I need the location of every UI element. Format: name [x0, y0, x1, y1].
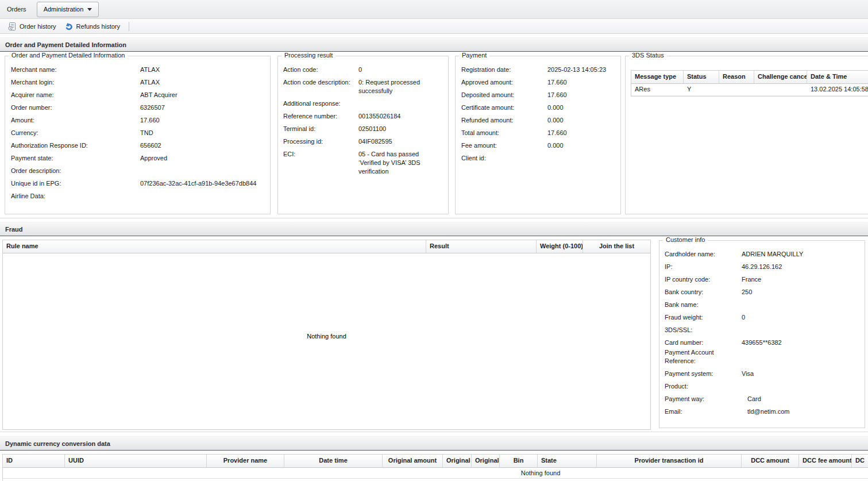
fraud-grid-body: Nothing found	[3, 253, 650, 429]
field-row: IP country code:France	[665, 275, 859, 284]
customer-info-legend: Customer info	[663, 236, 708, 243]
field-row: Payment system:Visa	[665, 370, 859, 378]
field-row: ECI:05 - Card has passed ‘Verified by VI…	[283, 150, 442, 176]
column-header-state[interactable]: State	[538, 455, 597, 467]
administration-menu-button[interactable]: Administration	[37, 2, 99, 17]
cell-challenge-cancel	[754, 84, 807, 95]
field-label: Unique id in EPG:	[11, 179, 140, 188]
refunds-history-button[interactable]: Refunds history	[60, 20, 124, 33]
field-label: Amount:	[11, 116, 140, 125]
field-row: Bank name:	[665, 301, 859, 309]
field-label: Product:	[665, 382, 742, 391]
dcc-panel-body: ID UUID Provider name Date time Original…	[0, 451, 868, 481]
column-header-reason[interactable]: Reason	[719, 71, 754, 83]
chevron-down-icon	[87, 8, 92, 11]
field-label: Processing id:	[283, 137, 358, 146]
column-header-provider-transaction-id[interactable]: Provider transaction id	[597, 455, 742, 467]
column-header-original-amount[interactable]: Original amount	[383, 455, 443, 467]
field-row: Registration date:2025-02-13 14:05:23	[461, 66, 615, 74]
column-header-dcc-amount[interactable]: DCC amount	[742, 455, 799, 467]
field-row: Cardholder name:ADRIEN MARQUILLY	[665, 250, 859, 259]
column-header-result[interactable]: Result	[426, 240, 537, 253]
refunds-history-label: Refunds history	[76, 23, 120, 30]
column-header-uuid[interactable]: UUID	[65, 455, 207, 467]
field-row: Fee amount:0.000	[461, 141, 615, 150]
field-row: Fraud weight:0	[665, 313, 859, 322]
field-row: Acquirer name:ABT Acquirer	[11, 91, 264, 99]
field-label: Email:	[665, 407, 742, 416]
field-row: Authorization Response ID:656602	[11, 141, 264, 150]
field-label: Terminal id:	[283, 125, 358, 133]
field-label: Acquirer name:	[11, 91, 140, 99]
payment-legend: Payment	[459, 52, 489, 59]
column-header-id[interactable]: ID	[3, 455, 65, 467]
table-row[interactable]: ARes Y 13.02.2025 14:05:58	[631, 84, 868, 96]
column-header-weight[interactable]: Weight (0-100)	[537, 240, 583, 253]
column-header-join-the-list[interactable]: Join the list	[583, 240, 650, 253]
field-label: Action code:	[283, 66, 358, 74]
fraud-panel-header: Fraud	[0, 222, 868, 236]
field-value: 0.000	[547, 103, 615, 112]
column-header-dcc-currency[interactable]: DC	[852, 455, 868, 467]
column-header-rule-name[interactable]: Rule name	[3, 240, 426, 253]
field-label: Authorization Response ID:	[11, 141, 140, 150]
field-label: Payment state:	[11, 154, 140, 163]
spacer	[0, 432, 868, 436]
field-value: 0	[742, 313, 859, 322]
field-label: Merchant name:	[11, 66, 140, 74]
field-value: 17.660	[547, 91, 615, 99]
page: Orders Administration Order history Refu…	[0, 0, 868, 481]
field-value: 0	[358, 66, 442, 74]
column-header-date-time[interactable]: Date & Time	[807, 71, 868, 83]
column-header-dcc-fee-amount[interactable]: DCC fee amount	[799, 455, 852, 467]
column-header-original-fee[interactable]: Original f	[443, 455, 472, 467]
field-row: Client id:	[461, 154, 615, 163]
field-row: Amount:17.660	[11, 116, 264, 125]
field-row: Unique id in EPG:07f236ac-32ac-41cf-a91b…	[11, 179, 264, 188]
dcc-panel-header: Dynamic currency conversion data	[0, 436, 868, 451]
dcc-grid-header: ID UUID Provider name Date time Original…	[3, 455, 868, 468]
field-label: Order description:	[11, 167, 140, 175]
field-row: Card number:439655**6382	[665, 338, 859, 347]
order-history-icon	[7, 22, 17, 31]
field-label: Additional response:	[283, 99, 358, 108]
payment-fieldset: Payment Registration date:2025-02-13 14:…	[455, 56, 621, 214]
field-label: Currency:	[11, 129, 140, 137]
toolbar-separator	[129, 22, 129, 31]
field-label: Cardholder name:	[665, 250, 742, 259]
field-value: ATLAX	[140, 78, 264, 87]
field-label: Payment system:	[665, 370, 742, 378]
column-header-original-currency[interactable]: Original c	[472, 455, 500, 467]
order-history-button[interactable]: Order history	[3, 20, 60, 33]
field-row: Certificate amount:0.000	[461, 103, 615, 112]
processing-result-legend: Processing result	[281, 52, 335, 59]
tab-orders[interactable]: Orders	[0, 6, 34, 13]
order-history-label: Order history	[20, 23, 56, 30]
column-header-challenge-cancel[interactable]: Challenge cancel	[754, 71, 807, 83]
field-value: 250	[742, 288, 859, 297]
field-value: Visa	[742, 370, 859, 378]
field-row: Bank country:250	[665, 288, 859, 297]
order-info-legend: Order and Payment Detailed Information	[9, 52, 128, 59]
field-label: IP:	[665, 263, 742, 271]
field-row: Approved amount:17.660	[461, 78, 615, 87]
field-label: Airline Data:	[11, 192, 140, 201]
field-value: 07f236ac-32ac-41cf-a91b-94e3e67db844	[140, 179, 264, 188]
field-row: Total amount:17.660	[461, 129, 615, 137]
column-header-status[interactable]: Status	[684, 71, 719, 83]
field-label: Approved amount:	[461, 78, 547, 87]
column-header-message-type[interactable]: Message type	[631, 71, 684, 83]
field-label: Order number:	[11, 103, 140, 112]
field-value: tld@netim.com	[742, 407, 859, 416]
column-header-provider-name[interactable]: Provider name	[207, 455, 284, 467]
order-panel-header: Order and Payment Detailed Information	[0, 37, 868, 52]
field-value: 6326507	[140, 103, 264, 112]
column-header-date-time[interactable]: Date time	[284, 455, 383, 467]
refunds-history-icon	[64, 22, 74, 31]
order-panel-body: Order and Payment Detailed Information M…	[0, 52, 868, 218]
tds-grid-header: Message type Status Reason Challenge can…	[631, 71, 868, 84]
column-header-bin[interactable]: Bin	[500, 455, 538, 467]
field-row: Order number:6326507	[11, 103, 264, 112]
field-label: Merchant login:	[11, 78, 140, 87]
field-value: 656602	[140, 141, 264, 150]
